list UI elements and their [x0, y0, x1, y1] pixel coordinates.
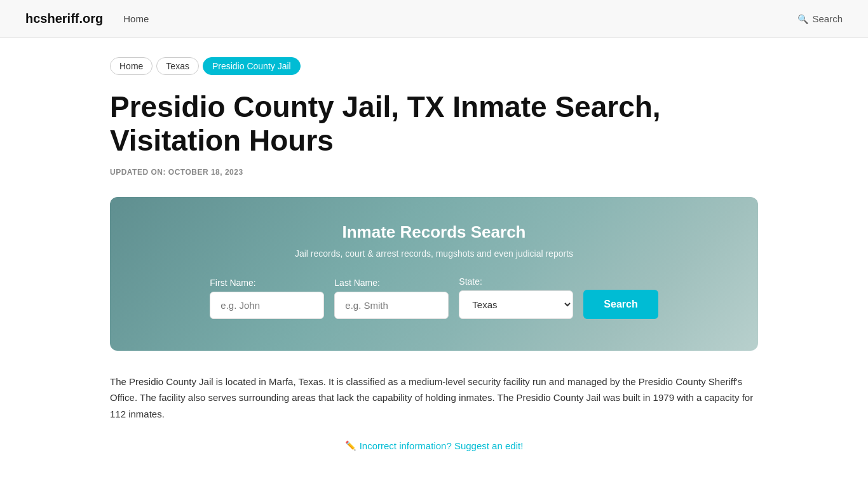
site-logo[interactable]: hcsheriff.org — [25, 11, 103, 26]
main-content: Home Texas Presidio County Jail Presidio… — [85, 38, 783, 488]
last-name-label: Last Name: — [334, 278, 380, 288]
description-text: The Presidio County Jail is located in M… — [110, 374, 758, 423]
search-box-subtitle: Jail records, court & arrest records, mu… — [148, 248, 720, 259]
search-box-title: Inmate Records Search — [148, 222, 720, 242]
inmate-search-box: Inmate Records Search Jail records, cour… — [110, 197, 758, 351]
first-name-group: First Name: — [210, 278, 324, 319]
first-name-input[interactable] — [210, 292, 324, 319]
state-label: State: — [459, 276, 482, 287]
first-name-label: First Name: — [210, 278, 255, 288]
suggest-edit-label: Incorrect information? Suggest an edit! — [360, 440, 524, 451]
pencil-icon: ✏️ — [345, 440, 356, 451]
breadcrumb: Home Texas Presidio County Jail — [110, 57, 758, 75]
state-group: State: AlabamaAlaskaArizonaArkansasCalif… — [459, 276, 573, 319]
updated-date: UPDATED ON: OCTOBER 18, 2023 — [110, 168, 758, 177]
state-select[interactable]: AlabamaAlaskaArizonaArkansasCaliforniaCo… — [459, 290, 573, 319]
suggest-edit-section: ✏️ Incorrect information? Suggest an edi… — [110, 440, 758, 451]
search-icon: 🔍 — [797, 14, 808, 24]
suggest-edit-link[interactable]: ✏️ Incorrect information? Suggest an edi… — [345, 440, 524, 451]
last-name-input[interactable] — [334, 292, 449, 319]
nav-home-link[interactable]: Home — [123, 13, 149, 24]
last-name-group: Last Name: — [334, 278, 449, 319]
updated-prefix: UPDATED ON: — [110, 168, 166, 177]
search-fields: First Name: Last Name: State: AlabamaAla… — [148, 276, 720, 319]
header-search-button[interactable]: 🔍 Search — [797, 13, 843, 24]
site-header: hcsheriff.org Home 🔍 Search — [0, 0, 868, 38]
breadcrumb-texas[interactable]: Texas — [156, 57, 199, 75]
breadcrumb-home[interactable]: Home — [110, 57, 153, 75]
page-title: Presidio County Jail, TX Inmate Search, … — [110, 90, 758, 158]
updated-date-value: OCTOBER 18, 2023 — [168, 168, 243, 177]
search-button[interactable]: Search — [583, 290, 658, 319]
header-search-label: Search — [812, 13, 843, 24]
header-left: hcsheriff.org Home — [25, 11, 149, 26]
breadcrumb-presidio[interactable]: Presidio County Jail — [203, 57, 301, 75]
